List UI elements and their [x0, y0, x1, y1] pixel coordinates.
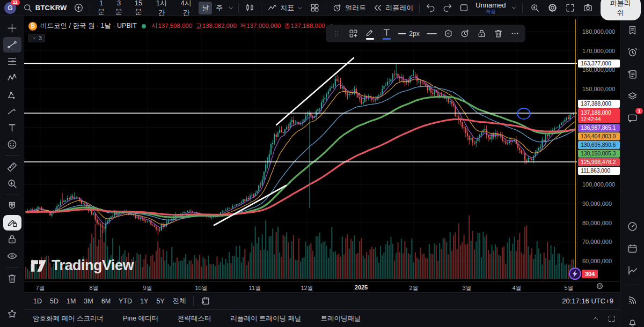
range-1D[interactable]: 1D — [30, 296, 46, 307]
toolbar-divider — [326, 3, 326, 13]
time-axis[interactable]: 7월8월9월10월11월12월20252월3월4월5월 — [24, 281, 620, 292]
bottom-tab[interactable]: Pine 에디터 — [123, 314, 158, 323]
bottom-tab[interactable]: 리플레이 트레이딩 패널 — [230, 314, 301, 323]
timeframe-날[interactable]: 날 — [199, 2, 212, 14]
chart-legend[interactable]: ₿ 비트코인 / 한국 원 · 1날 · UPBIT 시137,598,000고… — [28, 21, 333, 31]
layout-name-button[interactable]: Unnamed 저장 — [473, 2, 508, 14]
timeframe-1시간[interactable]: 1시간 — [150, 0, 174, 19]
quick-search-button[interactable] — [526, 1, 543, 14]
notes-icon[interactable] — [625, 66, 640, 81]
bolt-icon[interactable] — [569, 267, 581, 280]
favorites-star-tool[interactable] — [3, 306, 21, 322]
price-chart[interactable] — [24, 16, 577, 281]
chat-icon[interactable]: 1 — [625, 110, 640, 125]
collapse-panel-button[interactable] — [591, 314, 600, 323]
price-scale-settings-icon[interactable] — [596, 282, 604, 290]
projection-tool[interactable] — [3, 87, 21, 102]
range-6M[interactable]: 6M — [98, 296, 114, 307]
indicators-label: 지표 — [280, 3, 294, 13]
watchlist-icon[interactable] — [625, 23, 640, 38]
floating-drawing-toolbar[interactable]: 2px — [326, 25, 525, 42]
goto-date-button[interactable] — [197, 294, 214, 308]
notifications-bell-icon[interactable] — [625, 314, 640, 327]
text-tool[interactable] — [3, 120, 21, 136]
range-1M[interactable]: 1M — [63, 296, 79, 307]
lock-drawings-tool[interactable] — [3, 232, 21, 247]
fib-retracement-tool[interactable] — [3, 54, 21, 69]
bottom-tab[interactable]: 암호화폐 페어 스크리너 — [33, 314, 104, 323]
timeframe-주[interactable]: 주 — [213, 2, 226, 14]
layout-menu-button[interactable] — [509, 3, 518, 13]
range-3M[interactable]: 3M — [80, 296, 97, 307]
multichart-layout-button[interactable] — [456, 1, 472, 14]
time-tick: 11월 — [249, 284, 261, 292]
range-5Y[interactable]: 5Y — [152, 296, 168, 307]
add-alert-icon[interactable] — [457, 26, 473, 41]
bottom-tab[interactable]: 트레이딩패널 — [320, 314, 361, 323]
lock-icon[interactable] — [473, 26, 489, 41]
range-전체[interactable]: 전체 — [169, 295, 190, 307]
indicator-templates-button[interactable] — [306, 1, 323, 14]
topbar-right-group: Unnamed 저장 퍼블리쉬 — [456, 0, 641, 20]
crosshair-tool[interactable] — [3, 20, 21, 36]
publish-button[interactable]: 퍼블리쉬 — [601, 0, 641, 20]
clock-display[interactable]: 20:17:16 UTC+9 — [562, 297, 614, 305]
price-scale[interactable]: 180,000,000170,000,000160,000,000150,000… — [577, 16, 620, 281]
compare-add-button[interactable] — [70, 1, 87, 14]
indicators-button[interactable]: 지표 — [264, 1, 306, 14]
line-style-button[interactable] — [423, 26, 440, 41]
emoji-tool[interactable] — [3, 137, 21, 152]
line-width-button[interactable]: 2px — [395, 26, 423, 41]
drawing-mode-tool[interactable] — [3, 215, 21, 231]
delete-icon[interactable] — [490, 26, 506, 41]
legend-collapse-button[interactable]: 3 — [28, 34, 45, 42]
calendar-icon[interactable] — [625, 241, 640, 256]
ohlc-value: 137,188,000 — [291, 23, 325, 29]
alert-button[interactable]: 얼러트 — [329, 1, 369, 14]
drag-handle-icon[interactable] — [328, 26, 345, 41]
pencil-color-button[interactable] — [362, 26, 378, 41]
hide-drawings-tool[interactable] — [3, 248, 21, 264]
quick-search-icon — [530, 3, 540, 13]
range-YTD[interactable]: YTD — [115, 296, 136, 307]
screener-gauge-icon[interactable] — [625, 219, 640, 234]
zoom-in-tool[interactable] — [3, 176, 21, 191]
settings-button[interactable] — [544, 1, 561, 14]
forecast-icon[interactable] — [625, 263, 640, 278]
price-level-badge: 137,388,000 — [578, 100, 620, 108]
magnet-tool[interactable] — [3, 198, 21, 214]
brush-tool[interactable] — [3, 103, 21, 119]
timeframe-menu-button[interactable] — [226, 3, 236, 13]
maximize-panel-button[interactable] — [608, 315, 616, 323]
range-1Y[interactable]: 1Y — [136, 296, 152, 307]
ohlc-value: 138,082,000 — [202, 23, 237, 29]
template-icon[interactable] — [440, 26, 456, 41]
alerts-clock-icon[interactable] — [625, 44, 640, 60]
chart-pane[interactable]: ₿ 비트코인 / 한국 원 · 1날 · UPBIT 시137,598,000고… — [24, 16, 620, 292]
snapshot-button[interactable] — [580, 1, 596, 14]
add-layout-icon[interactable] — [345, 26, 361, 41]
price-level-badge: 125,998,478.2 — [578, 158, 620, 166]
range-5D[interactable]: 5D — [46, 296, 62, 307]
remove-drawings-tool[interactable] — [3, 271, 21, 286]
more-icon[interactable] — [507, 26, 523, 41]
trendline-tool[interactable] — [3, 37, 21, 53]
timeframe-4시간[interactable]: 4시간 — [174, 0, 198, 19]
new-bars-counter-badge[interactable]: 304 — [582, 270, 598, 278]
fullscreen-button[interactable] — [562, 1, 579, 14]
undo-button[interactable] — [422, 1, 439, 14]
timeframe-1분[interactable]: 1분 — [93, 0, 110, 18]
timeframe-15분[interactable]: 15분 — [128, 0, 149, 18]
replay-button[interactable]: 리플레이 — [369, 1, 416, 14]
object-tree-icon[interactable] — [625, 88, 640, 103]
text-color-button[interactable] — [378, 26, 394, 41]
redo-button[interactable] — [439, 1, 456, 14]
bottom-tab[interactable]: 전략테스터 — [178, 314, 211, 323]
pattern-tool[interactable] — [3, 70, 21, 86]
streams-icon[interactable] — [625, 292, 640, 307]
chart-style-button[interactable] — [241, 1, 258, 14]
timeframe-3분[interactable]: 3분 — [111, 0, 128, 18]
symbol-search-button[interactable]: BTCKRW — [19, 1, 70, 14]
user-avatar[interactable]: G 11 — [4, 2, 16, 14]
measure-tool[interactable] — [3, 159, 21, 175]
